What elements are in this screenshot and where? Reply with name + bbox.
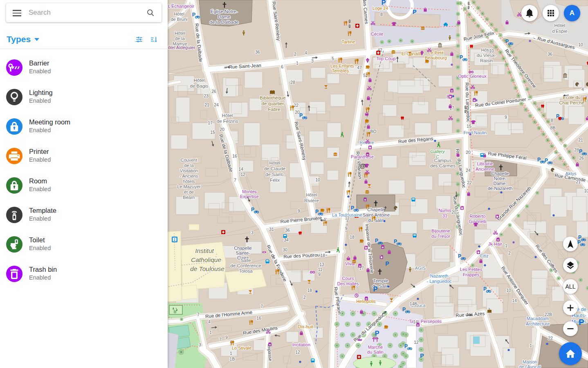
svg-text:de l'Avocat: de l'Avocat (519, 364, 541, 368)
svg-text:11: 11 (318, 267, 323, 272)
svg-text:16: 16 (232, 154, 237, 158)
svg-text:6: 6 (281, 64, 283, 69)
svg-text:5: 5 (332, 56, 334, 61)
svg-text:@: @ (360, 162, 366, 169)
svg-text:Les Enfants: Les Enfants (330, 63, 355, 68)
svg-text:P: P (577, 239, 581, 245)
svg-text:Expertise: Expertise (240, 194, 259, 199)
svg-text:du Vieux-: du Vieux- (477, 53, 497, 58)
svg-text:7: 7 (219, 337, 222, 342)
svg-text:de Bagis: de Bagis (190, 84, 209, 88)
svg-text:Félix: Félix (270, 178, 280, 183)
svg-text:1: 1 (209, 330, 212, 335)
svg-text:de la: de la (184, 163, 194, 168)
svg-text:12: 12 (414, 340, 419, 345)
svg-text:P: P (460, 54, 463, 60)
svg-text:AGIS: AGIS (415, 266, 426, 271)
svg-text:Béarn: Béarn (183, 195, 195, 200)
svg-text:Numis: Numis (438, 208, 451, 213)
svg-text:P: P (545, 158, 548, 163)
svg-text:Nazareth: Nazareth (430, 273, 449, 278)
svg-text:Citiz: Citiz (480, 253, 488, 258)
svg-text:12: 12 (240, 172, 245, 177)
svg-text:L'Échangeoir: L'Échangeoir (168, 4, 194, 9)
svg-text:12: 12 (295, 350, 300, 354)
svg-text:4: 4 (208, 319, 211, 324)
svg-text:21: 21 (578, 138, 583, 142)
svg-text:Marché: Marché (368, 345, 383, 350)
svg-text:Paranthèse: Paranthèse (351, 154, 374, 159)
svg-text:Tolosa: Tolosa (239, 269, 253, 273)
svg-text:Beaubourg: Beaubourg (425, 55, 447, 60)
svg-text:20: 20 (451, 210, 456, 214)
svg-text:3: 3 (251, 230, 254, 235)
svg-text:P: P (458, 253, 461, 259)
svg-text:- Languedoc: - Languedoc (426, 279, 452, 284)
svg-text:1: 1 (505, 243, 507, 248)
svg-text:P: P (394, 239, 397, 244)
svg-text:du Trésor: du Trésor (431, 234, 451, 239)
svg-text:21: 21 (576, 179, 581, 184)
svg-text:P: P (579, 149, 582, 154)
svg-text:P: P (382, 0, 386, 6)
svg-text:Loge 24: Loge 24 (373, 6, 388, 11)
svg-text:Hôtel Aldeguier: Hôtel Aldeguier (168, 45, 195, 50)
svg-text:de Conférence: de Conférence (230, 263, 261, 268)
svg-text:P: P (483, 286, 487, 292)
svg-text:36: 36 (548, 52, 552, 56)
svg-text:P: P (315, 209, 319, 214)
svg-text:Salle: Salle (240, 258, 251, 263)
svg-text:P: P (299, 113, 303, 118)
svg-text:P: P (505, 38, 509, 44)
svg-text:1: 1 (230, 351, 232, 356)
svg-text:P: P (579, 318, 584, 327)
svg-text:18: 18 (307, 288, 312, 293)
svg-text:P: P (537, 157, 541, 163)
svg-text:Notre-: Notre- (494, 176, 507, 181)
svg-text:Les Petites: Les Petites (460, 267, 483, 272)
svg-text:P: P (373, 286, 378, 293)
svg-text:- Anciens: - Anciens (180, 174, 198, 178)
svg-text:hôtels: hôtels (183, 179, 195, 184)
svg-text:14: 14 (238, 167, 243, 172)
svg-text:1B: 1B (230, 357, 235, 361)
svg-text:Visitation: Visitation (180, 168, 198, 173)
svg-text:2: 2 (508, 251, 511, 255)
svg-text:Chapelle: Chapelle (234, 246, 251, 251)
svg-text:P: P (402, 307, 406, 312)
svg-text:Hôtel: Hôtel (554, 23, 566, 28)
svg-text:des Carmes: des Carmes (430, 163, 456, 168)
svg-text:Le Petit: Le Petit (428, 50, 443, 55)
svg-text:36: 36 (255, 50, 260, 54)
svg-text:Dix-huit: Dix-huit (298, 324, 313, 329)
svg-text:Hôtel: Hôtel (269, 160, 281, 165)
svg-text:d'Espie: d'Espie (552, 29, 567, 34)
svg-text:BO: BO (370, 129, 376, 134)
svg-text:Fred Naulin: Fred Naulin (464, 130, 487, 135)
svg-text:P: P (251, 207, 254, 212)
svg-text:Gallery: Gallery (431, 149, 445, 154)
svg-text:de Toulouse: de Toulouse (190, 265, 224, 272)
svg-text:7: 7 (197, 312, 200, 317)
svg-text:Catholique: Catholique (191, 256, 221, 263)
svg-text:Montes: Montes (242, 189, 257, 194)
svg-text:8B: 8B (550, 125, 556, 130)
svg-text:16: 16 (256, 316, 261, 321)
svg-text:17: 17 (208, 120, 213, 125)
svg-text:Roberto: Roberto (469, 214, 485, 219)
svg-text:3: 3 (311, 59, 314, 63)
svg-text:Optic Glorieux: Optic Glorieux (458, 74, 487, 79)
svg-text:2: 2 (294, 52, 296, 56)
svg-text:13: 13 (319, 262, 324, 267)
svg-text:15: 15 (210, 130, 215, 135)
svg-text:Bijouterie: Bijouterie (431, 228, 450, 233)
svg-text:9: 9 (505, 115, 507, 120)
svg-text:Temple: Temple (373, 278, 388, 283)
svg-text:22: 22 (294, 103, 298, 108)
svg-text:Chat Perché: Chat Perché (559, 100, 584, 105)
svg-text:15: 15 (467, 124, 471, 129)
svg-text:20: 20 (466, 150, 471, 155)
svg-text:du Salin: du Salin (368, 218, 384, 223)
svg-text:Couvent: Couvent (181, 158, 197, 163)
svg-text:Hôtel: Hôtel (175, 31, 185, 36)
